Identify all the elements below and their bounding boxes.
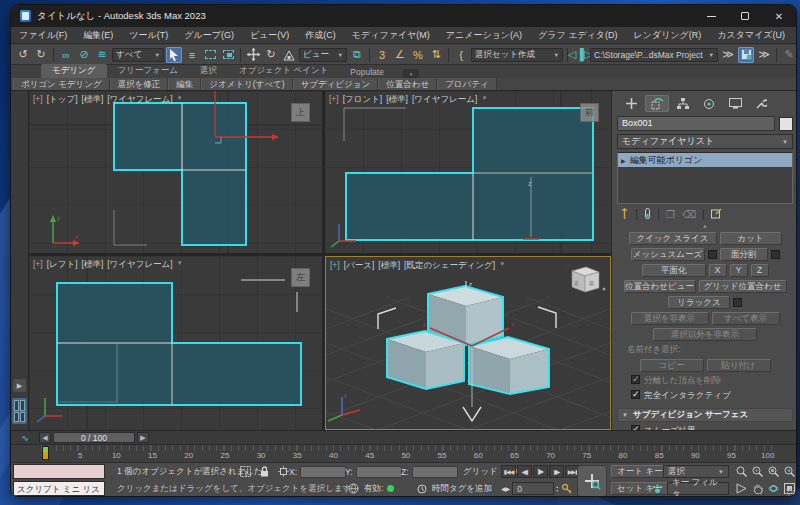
x-coord-field[interactable] <box>300 466 346 478</box>
next-frame-button[interactable]: ▮▶ <box>549 465 564 478</box>
viewport-front[interactable]: [+] [フロント] [標準] [ワイヤフレーム] ▼ 前 z <box>325 91 611 253</box>
panel-splitter[interactable]: ▲ <box>617 223 793 229</box>
hide-unselected-button[interactable]: 選択以外を非表示 <box>653 328 757 341</box>
meshsmooth-button[interactable]: メッシュスムーズ <box>631 248 705 261</box>
menu-item[interactable]: ビュー(V) <box>242 27 297 44</box>
zoom-all-icon[interactable] <box>751 466 764 478</box>
named-selection-dropdown[interactable]: 選択セット作成▼ <box>471 48 563 62</box>
redo-icon[interactable]: ↻ <box>33 47 49 63</box>
motion-tab-icon[interactable] <box>697 95 721 112</box>
frame-back-button[interactable]: ◀ <box>39 432 51 443</box>
hierarchy-tab-icon[interactable] <box>671 95 695 112</box>
stack-item-editable-poly[interactable]: ▶ 編集可能ポリゴン <box>618 153 792 167</box>
cut-button[interactable]: カット <box>720 232 782 245</box>
viewport-menu-plus[interactable]: [+] <box>329 94 339 106</box>
viewcube-left[interactable]: 左 <box>291 268 310 287</box>
expand-arrow-icon[interactable]: ▶ <box>621 157 626 164</box>
mirror-icon[interactable]: ◁▐▷ <box>572 47 588 63</box>
select-object-icon[interactable] <box>166 47 182 63</box>
menu-item[interactable]: ≫ <box>793 27 797 44</box>
toolbar-overflow-icon[interactable]: ≫ <box>720 47 736 63</box>
quick-slice-button[interactable]: クイック スライス <box>629 232 717 245</box>
titlebar[interactable]: タイトルなし - Autodesk 3ds Max 2023 ✕ <box>11 5 796 27</box>
ribbon-group-properties[interactable]: プロパティ <box>437 78 497 90</box>
align-grid-button[interactable]: グリッド位置合わせ <box>699 280 787 293</box>
menu-item[interactable]: アニメーション(A) <box>438 27 530 44</box>
z-coord-field[interactable] <box>412 466 458 478</box>
maximize-button[interactable] <box>728 5 762 27</box>
move-icon[interactable] <box>245 47 261 63</box>
pan-hand-icon[interactable] <box>751 483 764 495</box>
time-tag-icon[interactable] <box>415 482 428 495</box>
meshsmooth-settings-checkbox[interactable] <box>708 250 717 259</box>
object-name-field[interactable]: Box001 <box>617 116 775 131</box>
orbit-icon[interactable] <box>767 483 780 495</box>
viewport-left[interactable]: [+] [レフト] [標準] [ワイヤフレーム] ▼ 左 <box>29 256 322 430</box>
pin-stack-icon[interactable] <box>620 208 629 221</box>
frame-forward-button[interactable]: ▶ <box>137 432 149 443</box>
menu-item[interactable]: 作成(C) <box>297 27 344 44</box>
remove-modifier-icon[interactable]: ⌫ <box>682 209 696 220</box>
maxscript-mini-listener[interactable] <box>13 464 105 479</box>
viewport-standard-label[interactable]: [標準] <box>82 259 104 271</box>
bind-spacewarp-icon[interactable]: ≋ <box>94 47 110 63</box>
selection-lock-icon[interactable] <box>258 465 271 478</box>
mini-curve-editor-icon[interactable]: ∿ <box>11 433 39 443</box>
viewport-pov-label[interactable]: [レフト] <box>47 259 78 271</box>
viewport-layout-tab-icon[interactable] <box>12 398 27 424</box>
viewport-menu-plus[interactable]: [+] <box>33 94 43 106</box>
use-pivot-icon[interactable]: ⧉ <box>349 47 365 63</box>
show-end-result-icon[interactable] <box>644 208 651 221</box>
render-overflow-icon[interactable]: ≫ <box>756 47 772 63</box>
undo-icon[interactable]: ↺ <box>15 47 31 63</box>
planar-x-button[interactable]: X <box>709 264 727 277</box>
viewport-shading-label[interactable]: [ワイヤフレーム] <box>107 94 172 106</box>
viewport-perspective[interactable]: [+] [パース] [標準] [既定のシェーディング] ▼ <box>325 256 611 430</box>
tessellate-settings-checkbox[interactable] <box>771 250 780 259</box>
copy-button[interactable]: コピー <box>640 359 704 372</box>
create-tab-icon[interactable] <box>619 95 643 112</box>
ribbon-group-edit[interactable]: 編集 <box>168 78 201 90</box>
display-tab-icon[interactable] <box>723 95 747 112</box>
snap-toggle-icon[interactable]: 3 <box>374 47 390 63</box>
add-time-tag-text[interactable]: 時間タグを追加 <box>432 483 492 495</box>
spinner-snap-icon[interactable]: ⇅ <box>428 47 444 63</box>
adaptive-degradation-icon[interactable] <box>347 482 360 495</box>
isolate-selection-icon[interactable] <box>239 465 252 478</box>
ribbon-group-polygon-modeling[interactable]: ポリゴン モデリング <box>13 78 110 90</box>
modifier-list-dropdown[interactable]: モディファイヤリスト ▼ <box>617 134 793 149</box>
project-folder-dropdown[interactable]: C:\Storage\P...dsMax Project▼ <box>590 48 718 62</box>
menu-item[interactable]: ツール(T) <box>121 27 176 44</box>
viewport-standard-label[interactable]: [標準] <box>82 94 104 106</box>
go-to-start-button[interactable]: ▮◀◀ <box>501 465 516 478</box>
ribbon-tab-selection[interactable]: 選択 <box>189 64 228 78</box>
time-slider-frame-box[interactable]: 0 / 100 <box>53 432 135 443</box>
select-by-name-icon[interactable]: ≡ <box>184 47 200 63</box>
ribbon-tab-modeling[interactable]: モデリング <box>41 64 107 78</box>
resize-grip[interactable] <box>786 489 794 497</box>
fov-icon[interactable] <box>735 483 748 495</box>
ribbon-config-icon[interactable]: ▾ <box>403 69 419 78</box>
modify-tab-icon[interactable] <box>645 95 669 112</box>
viewcube-top[interactable]: 上 <box>291 103 310 122</box>
key-filters-button[interactable]: キー フィルタ... <box>667 482 729 495</box>
viewport-pov-label[interactable]: [フロント] <box>343 94 383 106</box>
subdivision-surface-rollout[interactable]: ▼ サブディビジョン サーフェス <box>617 408 793 422</box>
timeline-ruler[interactable]: 0510152025303540455055606570758085909510… <box>11 444 796 461</box>
configure-modifier-sets-icon[interactable] <box>711 208 722 221</box>
filters-paw-icon[interactable] <box>651 482 664 495</box>
viewport-pov-label[interactable]: [パース] <box>344 260 375 272</box>
menu-item[interactable]: グループ(G) <box>176 27 242 44</box>
ribbon-group-modify-selection[interactable]: 選択を修正 <box>110 78 169 90</box>
menu-item[interactable]: 編集(E) <box>75 27 121 44</box>
frame-nudge-icon[interactable]: ◀▶ <box>501 485 510 492</box>
ribbon-group-geometry-all[interactable]: ジオメトリ(すべて) <box>201 78 292 90</box>
ribbon-tab-freeform[interactable]: フリーフォーム <box>107 64 190 78</box>
save-scene-icon[interactable] <box>738 47 754 63</box>
menu-item[interactable]: モディファイヤ(M) <box>344 27 438 44</box>
menu-item[interactable]: レンダリング(R) <box>626 27 710 44</box>
play-button[interactable]: ▶ <box>533 465 548 478</box>
viewport-shading-label[interactable]: [ワイヤフレーム] <box>412 94 477 106</box>
planar-y-button[interactable]: Y <box>730 264 748 277</box>
render-icon[interactable]: ✎ <box>781 47 797 63</box>
